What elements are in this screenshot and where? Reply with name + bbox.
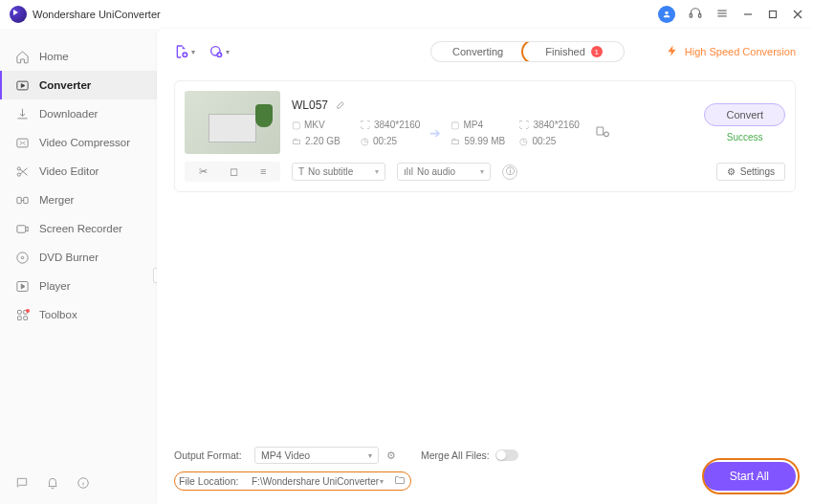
topbar: ▾ ▾ Converting Finished 1 High Speed Con… [157, 29, 813, 75]
sidebar-item-label: Video Editor [39, 165, 99, 177]
svg-point-34 [604, 132, 608, 137]
disc-icon [15, 251, 30, 265]
sidebar-item-merger[interactable]: Merger [0, 186, 157, 214]
sidebar-item-label: Converter [39, 79, 91, 91]
download-icon [15, 107, 30, 121]
finished-count-badge: 1 [591, 46, 603, 57]
src-duration: 00:25 [373, 136, 397, 146]
sidebar-item-compressor[interactable]: Video Compressor [0, 128, 157, 157]
svg-marker-22 [21, 284, 25, 289]
output-format-label: Output Format: [174, 449, 247, 461]
svg-rect-16 [24, 197, 28, 203]
audio-dropdown[interactable]: ılıl No audio ▾ [397, 163, 491, 181]
app-title: Wondershare UniConverter [33, 9, 161, 20]
edit-toolbar: ✂ ◻ ≡ [185, 162, 280, 182]
file-location-select[interactable]: F:\Wondershare UniConverter ▾ [248, 475, 387, 488]
caret-down-icon: ▾ [191, 48, 195, 56]
user-avatar-icon[interactable] [658, 6, 675, 23]
high-speed-button[interactable]: High Speed Conversion [666, 44, 796, 59]
status-text: Success [727, 132, 763, 142]
sidebar: Home Converter Downloader Video Compress… [0, 29, 157, 504]
content-area: ▾ ▾ Converting Finished 1 High Speed Con… [157, 29, 813, 504]
svg-point-19 [17, 252, 28, 262]
merge-label: Merge All Files: [421, 449, 490, 461]
status-tabs: Converting Finished 1 [431, 42, 624, 61]
output-settings-icon[interactable] [595, 123, 610, 142]
svg-rect-33 [597, 127, 604, 135]
svg-point-0 [665, 11, 668, 14]
media-info-icon[interactable]: ⓘ [502, 164, 517, 180]
open-folder-icon[interactable] [393, 474, 406, 488]
highlight-ring: File Location: F:\Wondershare UniConvert… [174, 471, 411, 491]
video-thumbnail[interactable] [185, 91, 280, 154]
app-logo-icon [10, 6, 27, 23]
svg-rect-24 [24, 310, 28, 314]
sidebar-item-dvd[interactable]: DVD Burner [0, 243, 157, 272]
sidebar-item-toolbox[interactable]: Toolbox [0, 300, 157, 329]
bolt-icon [666, 44, 679, 59]
caret-down-icon: ▾ [226, 48, 230, 56]
svg-rect-15 [17, 197, 21, 203]
subtitle-dropdown[interactable]: T No subtitle ▾ [292, 163, 385, 181]
svg-rect-18 [17, 225, 26, 232]
sidebar-bottom [0, 465, 157, 504]
sidebar-item-editor[interactable]: Video Editor [0, 157, 157, 186]
crop-icon[interactable]: ◻ [230, 165, 238, 178]
bottom-bar: Output Format: MP4 Video ▾ ⚙ Merge All F… [157, 437, 813, 504]
caret-down-icon: ▾ [480, 167, 484, 176]
src-format: MKV [304, 120, 325, 130]
sidebar-item-downloader[interactable]: Downloader [0, 99, 157, 128]
tab-finished[interactable]: Finished 1 [524, 42, 624, 61]
headset-icon[interactable] [689, 7, 702, 23]
folder-icon: 🗀 [450, 136, 460, 146]
sidebar-item-recorder[interactable]: Screen Recorder [0, 214, 157, 243]
edit-name-icon[interactable] [336, 99, 346, 112]
titlebar: Wondershare UniConverter [0, 0, 813, 29]
file-settings-button[interactable]: ⚙ Settings [716, 163, 785, 181]
clock-icon: ◷ [361, 136, 369, 146]
audio-icon: ılıl [404, 166, 413, 177]
start-all-button[interactable]: Start All [703, 462, 796, 491]
window-maximize-button[interactable] [767, 9, 779, 20]
file-card: WL057 ▢MKV 🗀2.20 GB ⛶3840*2160 ◷00:25 ➔ [174, 80, 796, 192]
sidebar-item-label: Merger [39, 194, 74, 206]
feedback-icon[interactable] [15, 476, 29, 493]
svg-rect-25 [18, 316, 22, 319]
svg-rect-1 [690, 13, 692, 16]
window-minimize-button[interactable] [742, 9, 754, 20]
sidebar-item-label: Player [39, 280, 71, 292]
add-file-button[interactable]: ▾ [174, 41, 195, 62]
arrow-icon: ➔ [429, 125, 441, 141]
output-settings-button[interactable]: ⚙ [386, 449, 396, 461]
folder-icon: 🗀 [292, 136, 301, 146]
convert-button[interactable]: Convert [704, 103, 785, 126]
toolbox-icon [15, 308, 30, 322]
output-format-select[interactable]: MP4 Video ▾ [254, 447, 379, 464]
info-icon[interactable] [77, 476, 90, 493]
sidebar-item-label: Screen Recorder [39, 223, 122, 234]
recorder-icon [15, 222, 30, 236]
sidebar-item-converter[interactable]: Converter [0, 71, 157, 99]
src-resolution: 3840*2160 [374, 120, 420, 130]
compress-icon [15, 136, 30, 150]
effect-icon[interactable]: ≡ [260, 165, 266, 178]
tab-converting[interactable]: Converting [431, 42, 524, 61]
caret-down-icon: ▾ [375, 167, 379, 176]
add-url-button[interactable]: ▾ [209, 41, 230, 62]
merge-toggle[interactable] [495, 449, 518, 461]
dst-duration: 00:25 [532, 136, 556, 146]
sidebar-item-label: Toolbox [39, 309, 77, 320]
dst-size: 59.99 MB [464, 136, 505, 146]
home-icon [15, 50, 30, 64]
file-name: WL057 [292, 99, 328, 112]
menu-icon[interactable] [715, 7, 729, 23]
sidebar-item-player[interactable]: Player [0, 272, 157, 300]
resolution-icon: ⛶ [519, 120, 529, 130]
sidebar-item-label: Home [39, 51, 69, 62]
window-close-button[interactable] [792, 9, 803, 20]
trim-icon[interactable]: ✂ [199, 165, 208, 178]
dst-format: MP4 [463, 120, 483, 130]
sidebar-item-home[interactable]: Home [0, 42, 157, 71]
bell-icon[interactable] [46, 476, 59, 493]
svg-point-20 [21, 256, 24, 259]
